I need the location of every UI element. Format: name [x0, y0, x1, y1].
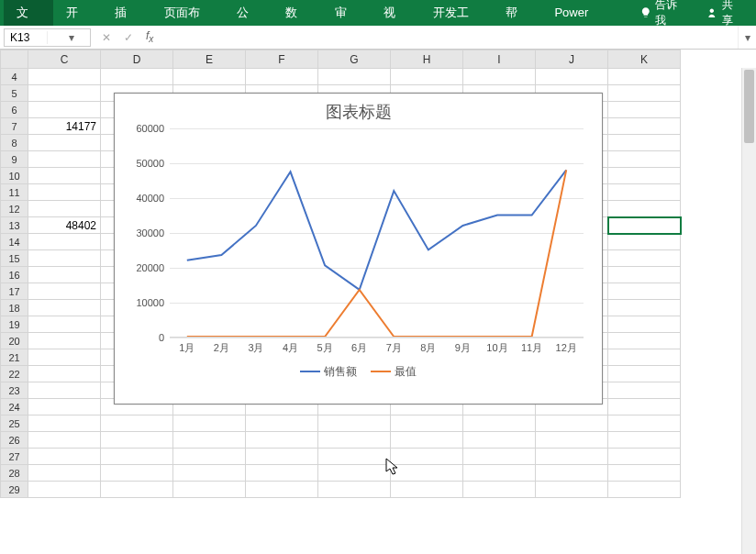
row-header-28[interactable]: 28	[1, 465, 28, 482]
cell-F28[interactable]	[246, 465, 318, 482]
row-header-27[interactable]: 27	[1, 449, 28, 465]
cell-H28[interactable]	[391, 465, 463, 482]
col-header-E[interactable]: E	[173, 50, 246, 69]
ribbon-tab-home[interactable]: 开始	[53, 0, 103, 26]
cell-F27[interactable]	[246, 449, 318, 465]
row-header-25[interactable]: 25	[1, 416, 28, 432]
row-header-14[interactable]: 14	[1, 234, 28, 250]
cell-I28[interactable]	[463, 465, 536, 482]
spreadsheet-grid[interactable]: CDEFGHIJK4567141778910111213484021415161…	[0, 50, 756, 554]
row-header-24[interactable]: 24	[1, 399, 28, 416]
cell-E4[interactable]	[173, 69, 246, 85]
cell-D25[interactable]	[101, 416, 173, 432]
cell-C17[interactable]	[28, 283, 101, 300]
cell-K22[interactable]	[608, 366, 681, 382]
cell-C18[interactable]	[28, 300, 101, 316]
ribbon-tab-developer[interactable]: 开发工具	[420, 0, 493, 26]
cell-C25[interactable]	[28, 416, 101, 432]
col-header-J[interactable]: J	[536, 50, 608, 69]
cell-G28[interactable]	[318, 465, 391, 482]
cancel-icon[interactable]: ✕	[102, 31, 111, 44]
cell-H27[interactable]	[391, 449, 463, 465]
cell-C6[interactable]	[28, 102, 101, 118]
cell-C29[interactable]	[28, 482, 101, 498]
cell-H26[interactable]	[391, 432, 463, 449]
cell-C13[interactable]: 48402	[28, 217, 101, 234]
cell-G25[interactable]	[318, 416, 391, 432]
cell-K12[interactable]	[608, 201, 681, 217]
cell-J4[interactable]	[536, 69, 608, 85]
cell-F4[interactable]	[246, 69, 318, 85]
cell-C27[interactable]	[28, 449, 101, 465]
cell-K6[interactable]	[608, 102, 681, 118]
cell-K7[interactable]	[608, 118, 681, 135]
ribbon-tab-insert[interactable]: 插入	[102, 0, 151, 26]
cell-C21[interactable]	[28, 349, 101, 366]
cell-J26[interactable]	[536, 432, 608, 449]
cell-K17[interactable]	[608, 283, 681, 300]
cell-E25[interactable]	[173, 416, 246, 432]
cell-C9[interactable]	[28, 151, 101, 168]
ribbon-tab-formulas[interactable]: 公式	[224, 0, 273, 26]
confirm-icon[interactable]: ✓	[124, 31, 133, 44]
cell-K27[interactable]	[608, 449, 681, 465]
share-button[interactable]: 共享	[696, 0, 752, 28]
row-header-15[interactable]: 15	[1, 250, 28, 267]
chart[interactable]: 图表标题 0100002000030000400005000060000 1月2…	[114, 93, 603, 404]
ribbon-tab-pagelayout[interactable]: 页面布局	[151, 0, 224, 26]
cell-K20[interactable]	[608, 333, 681, 349]
cell-I4[interactable]	[463, 69, 536, 85]
cell-C4[interactable]	[28, 69, 101, 85]
cell-H29[interactable]	[391, 482, 463, 498]
row-header-4[interactable]: 4	[1, 69, 28, 85]
row-header-22[interactable]: 22	[1, 366, 28, 382]
cell-K15[interactable]	[608, 250, 681, 267]
row-header-10[interactable]: 10	[1, 168, 28, 184]
cell-K9[interactable]	[608, 151, 681, 168]
cell-K28[interactable]	[608, 465, 681, 482]
cell-G27[interactable]	[318, 449, 391, 465]
row-header-23[interactable]: 23	[1, 382, 28, 399]
cell-C20[interactable]	[28, 333, 101, 349]
ribbon-tab-help[interactable]: 帮助	[493, 0, 542, 26]
row-header-26[interactable]: 26	[1, 432, 28, 449]
col-header-K[interactable]: K	[608, 50, 681, 69]
cell-D28[interactable]	[101, 465, 173, 482]
row-header-8[interactable]: 8	[1, 135, 28, 151]
col-header-F[interactable]: F	[246, 50, 318, 69]
cell-C14[interactable]	[28, 234, 101, 250]
cell-E28[interactable]	[173, 465, 246, 482]
row-header-19[interactable]: 19	[1, 316, 28, 333]
cell-I25[interactable]	[463, 416, 536, 432]
cell-G29[interactable]	[318, 482, 391, 498]
fx-icon[interactable]: fx	[140, 29, 159, 44]
cell-C19[interactable]	[28, 316, 101, 333]
row-header-9[interactable]: 9	[1, 151, 28, 168]
cell-K26[interactable]	[608, 432, 681, 449]
row-header-21[interactable]: 21	[1, 349, 28, 366]
formula-bar-expand[interactable]: ▾	[738, 26, 756, 49]
formula-input[interactable]	[159, 28, 738, 47]
col-header-I[interactable]: I	[463, 50, 536, 69]
cell-D27[interactable]	[101, 449, 173, 465]
row-header-17[interactable]: 17	[1, 283, 28, 300]
cell-D26[interactable]	[101, 432, 173, 449]
cell-J25[interactable]	[536, 416, 608, 432]
cell-G26[interactable]	[318, 432, 391, 449]
row-header-13[interactable]: 13	[1, 217, 28, 234]
cell-C5[interactable]	[28, 85, 101, 102]
cell-K18[interactable]	[608, 300, 681, 316]
ribbon-tab-powerpivot[interactable]: Power Pivot	[541, 0, 629, 26]
cell-C23[interactable]	[28, 382, 101, 399]
row-header-29[interactable]: 29	[1, 482, 28, 498]
vertical-scrollbar[interactable]	[741, 68, 756, 554]
cell-K5[interactable]	[608, 85, 681, 102]
cell-J28[interactable]	[536, 465, 608, 482]
cell-K21[interactable]	[608, 349, 681, 366]
cell-C28[interactable]	[28, 465, 101, 482]
row-header-5[interactable]: 5	[1, 85, 28, 102]
cell-K25[interactable]	[608, 416, 681, 432]
row-header-6[interactable]: 6	[1, 102, 28, 118]
cell-I26[interactable]	[463, 432, 536, 449]
row-header-16[interactable]: 16	[1, 267, 28, 283]
